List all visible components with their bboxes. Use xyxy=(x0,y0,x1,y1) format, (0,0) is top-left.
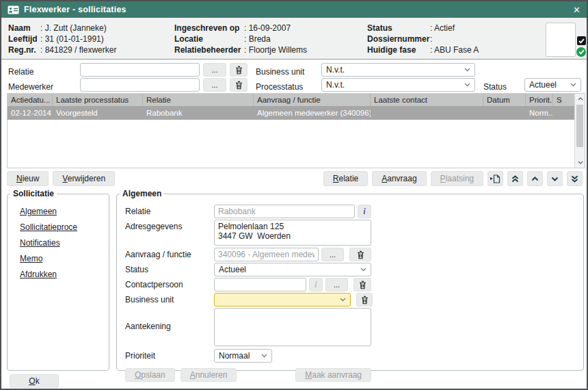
sidebar-item-afdrukken[interactable]: Afdrukken xyxy=(20,270,109,279)
sollicitatie-legend: Sollicitatie xyxy=(10,189,57,198)
relatie-info-button[interactable]: i xyxy=(358,205,371,218)
ellipsis-icon: ... xyxy=(330,250,336,259)
chevron-down-icon[interactable] xyxy=(575,157,585,168)
window-title: Flexwerker - sollicitaties xyxy=(24,5,126,14)
annuleren-button: Annuleren xyxy=(181,368,237,382)
aantekening-label: Aantekening xyxy=(125,308,214,331)
contactpersoon-field-row: Contactpersoon i ... xyxy=(125,278,583,291)
new-document-button[interactable] xyxy=(487,171,503,186)
adresgegevens-textarea[interactable]: Pelmolenlaan 125 3447 GW Woerden xyxy=(214,220,371,246)
info-relatiebeheerder: RelatiebeheerderFloortje Willems xyxy=(174,44,307,55)
maak-aanvraag-button: Maak aanvraag xyxy=(295,368,371,382)
aanvraag-functie-browse-button[interactable]: ... xyxy=(321,248,344,261)
filter-relatie-browse-button[interactable]: ... xyxy=(203,63,226,77)
aanvraag-button[interactable]: Aanvraag xyxy=(372,171,426,186)
relatie-label: Relatie xyxy=(125,205,214,216)
double-chevron-up-icon xyxy=(511,175,519,183)
nieuw-button[interactable]: Nieuw xyxy=(7,171,49,186)
move-bottom-button[interactable] xyxy=(567,171,583,186)
ellipsis-icon: ... xyxy=(211,81,217,89)
chevron-down-icon xyxy=(261,354,267,358)
sollicitatie-nav: Algemeen Sollicitatieproce Notificaties … xyxy=(8,198,109,279)
info-regnr: Reg.nr.841829 / flexwerker xyxy=(8,44,116,55)
business-unit-clear-button[interactable] xyxy=(356,293,373,307)
column-header-laatste-contact[interactable]: Laatste contact xyxy=(371,94,483,106)
column-header-datum[interactable]: Datum xyxy=(483,94,526,106)
toolbar: Nieuw Verwijderen Relatie Aanvraag Plaat… xyxy=(7,171,583,186)
sollicitaties-table: Actiedatu... Laatste processtatus Relati… xyxy=(7,93,585,168)
column-header-prioriteit[interactable]: Priorit... xyxy=(526,94,553,106)
aantekening-textarea[interactable] xyxy=(214,308,371,346)
prioriteit-field-row: Prioriteit Normaal xyxy=(125,349,583,363)
opslaan-button: Opslaan xyxy=(125,368,175,382)
table-vertical-scrollbar[interactable] xyxy=(574,94,585,168)
ellipsis-icon: ... xyxy=(211,66,217,74)
info-dossiernummer: Dossiernummer xyxy=(367,34,479,44)
aanvraag-functie-label: Aanvraag / functie xyxy=(125,248,214,259)
filter-medewerker-browse-button[interactable]: ... xyxy=(203,78,226,92)
table-row[interactable]: 02-12-2014 Voorgesteld Rabobank Algemeen… xyxy=(8,106,585,120)
sidebar-item-algemeen[interactable]: Algemeen xyxy=(20,207,109,216)
info-status: StatusActief xyxy=(367,23,479,34)
trash-icon xyxy=(359,281,366,289)
contactpersoon-info-button: i xyxy=(309,278,323,291)
filter-business-unit-select[interactable]: N.v.t. xyxy=(321,63,475,77)
chevron-up-icon xyxy=(531,177,539,181)
algemeen-form: Relatie i Adresgegevens Pelmolenlaan 125… xyxy=(117,198,583,382)
photo-placeholder xyxy=(546,23,576,57)
move-up-button[interactable] xyxy=(527,171,543,186)
filter-medewerker-clear-button[interactable] xyxy=(230,78,248,92)
sidebar-item-sollicitatieproces[interactable]: Sollicitatieproce xyxy=(20,222,109,232)
filter-relatie-clear-button[interactable] xyxy=(230,63,248,77)
status-select[interactable]: Actueel xyxy=(214,263,371,276)
aanvraag-functie-clear-button[interactable] xyxy=(349,248,371,261)
info-naam: NaamJ. Zutt (Janneke) xyxy=(8,23,116,34)
close-icon[interactable]: ✕ xyxy=(573,5,580,14)
contactpersoon-input[interactable] xyxy=(214,278,306,291)
column-header-actiedatum[interactable]: Actiedatu... xyxy=(8,94,53,106)
business-unit-select[interactable] xyxy=(214,293,351,307)
info-column-1: NaamJ. Zutt (Janneke) Leeftijd31 (01-01-… xyxy=(8,23,116,55)
contactpersoon-browse-button[interactable]: ... xyxy=(325,278,348,291)
column-header-aanvraag-functie[interactable]: Aanvraag / functie xyxy=(254,94,371,106)
id-card-icon xyxy=(8,5,19,14)
filter-processtatus-select[interactable]: N.v.t. xyxy=(321,78,475,92)
info-icon: i xyxy=(315,280,317,290)
column-header-laatste-processtatus[interactable]: Laatste processtatus xyxy=(53,94,143,106)
move-top-button[interactable] xyxy=(507,171,523,186)
relatie-button[interactable]: Relatie xyxy=(323,171,368,186)
business-unit-label: Business unit xyxy=(125,293,214,304)
ellipsis-icon: ... xyxy=(334,281,340,289)
chevron-up-icon[interactable] xyxy=(575,94,585,104)
checkbox-checked-icon[interactable] xyxy=(577,36,586,45)
adresgegevens-field-row: Adresgegevens Pelmolenlaan 125 3447 GW W… xyxy=(125,220,583,246)
filter-medewerker-input[interactable] xyxy=(80,78,200,92)
contactpersoon-clear-button[interactable] xyxy=(353,278,371,291)
info-huidige-fase: Huidige faseABU Fase A xyxy=(367,44,479,55)
scrollbar-thumb[interactable] xyxy=(576,105,583,147)
info-icon: i xyxy=(363,207,365,217)
adresgegevens-label: Adresgegevens xyxy=(125,220,214,231)
info-ingeschreven-op: Ingeschreven op16-09-2007 xyxy=(174,23,307,34)
info-locatie: LocatieBreda xyxy=(174,34,307,44)
info-leeftijd: Leeftijd31 (01-01-1991) xyxy=(8,34,116,44)
algemeen-legend: Algemeen xyxy=(120,189,164,198)
plaatsing-button: Plaatsing xyxy=(431,171,483,186)
info-column-2: Ingeschreven op16-09-2007 LocatieBreda R… xyxy=(174,23,307,55)
filter-status-select[interactable]: Actueel xyxy=(524,78,581,92)
prioriteit-label: Prioriteit xyxy=(125,349,214,361)
trash-icon xyxy=(235,81,243,90)
prioriteit-select[interactable]: Normaal xyxy=(214,349,272,363)
title-bar: Flexwerker - sollicitaties ✕ xyxy=(1,1,587,18)
aanvraag-functie-field-row: Aanvraag / functie ... xyxy=(125,248,583,261)
column-header-relatie[interactable]: Relatie xyxy=(143,94,254,106)
verwijderen-button[interactable]: Verwijderen xyxy=(53,171,115,186)
filter-relatie-input[interactable] xyxy=(80,63,200,77)
move-down-button[interactable] xyxy=(547,171,563,186)
ok-button[interactable]: Ok xyxy=(10,374,59,388)
chevron-down-icon xyxy=(464,83,470,87)
aantekening-field-row: Aantekening xyxy=(125,308,583,346)
info-column-3: StatusActief Dossiernummer Huidige faseA… xyxy=(367,23,479,55)
sidebar-item-notificaties[interactable]: Notificaties xyxy=(20,238,109,248)
sidebar-item-memo[interactable]: Memo xyxy=(20,254,109,263)
